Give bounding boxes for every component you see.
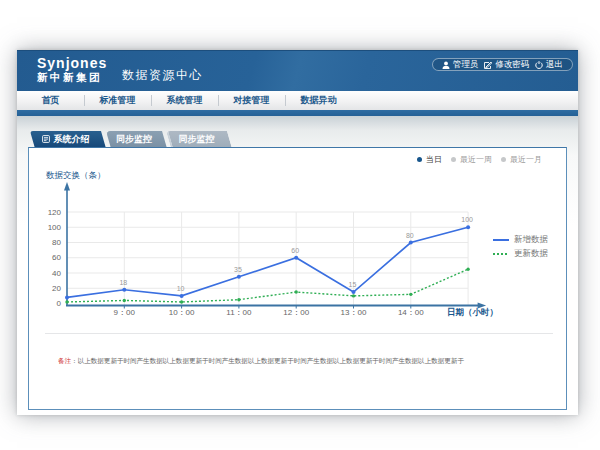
tab-sync-monitor-2-label: 同步监控 — [179, 133, 215, 146]
footnote: 备注：以上数据更新于时间产生数据以上数据更新于时间产生数据以上数据更新于时间产生… — [58, 357, 464, 366]
admin-user-button[interactable]: 管理员 — [442, 59, 479, 71]
logout-button[interactable]: 退出 — [535, 59, 563, 71]
svg-text:120: 120 — [48, 208, 62, 217]
footnote-prefix: 备注 — [58, 357, 71, 365]
svg-text:13：00: 13：00 — [341, 308, 367, 317]
svg-text:35: 35 — [234, 266, 242, 273]
tab-sync-monitor-1-content: 同步监控 — [106, 131, 162, 147]
tab-system-intro-label: 系统介绍 — [54, 133, 90, 146]
tab-system-intro[interactable]: 系统介绍 — [30, 131, 101, 147]
section-divider — [45, 333, 553, 334]
logo-text: Synjones — [37, 56, 107, 70]
tab-sync-monitor-1[interactable]: 同步监控 — [106, 131, 162, 147]
tab-sync-monitor-2[interactable]: 同步监控 — [166, 131, 227, 147]
legend-updated-data-label: 更新数据 — [514, 248, 548, 260]
change-password-button[interactable]: 修改密码 — [484, 59, 529, 71]
svg-text:100: 100 — [461, 216, 473, 223]
tab-content-panel: 当日 最近一周 最近一月 数据交换（条） 0204060801001209：00… — [28, 147, 567, 410]
nav-item-system-mgmt[interactable]: 系统管理 — [151, 91, 218, 110]
svg-text:14：00: 14：00 — [398, 308, 424, 317]
footnote-text: ：以上数据更新于时间产生数据以上数据更新于时间产生数据以上数据更新于时间产生数据… — [71, 357, 464, 365]
user-icon — [442, 61, 450, 69]
svg-text:10：00: 10：00 — [169, 308, 195, 317]
tab-sync-monitor-1-label: 同步监控 — [116, 133, 152, 146]
page-title: 数据资源中心 — [122, 67, 203, 84]
nav-item-integration-mgmt[interactable]: 对接管理 — [218, 91, 285, 110]
tab-bar: 系统介绍 同步监控 同步监控 — [17, 131, 578, 147]
svg-text:日期（小时）: 日期（小时） — [447, 307, 498, 317]
svg-text:80: 80 — [406, 232, 414, 239]
svg-text:100: 100 — [48, 223, 62, 232]
solid-line-swatch — [493, 238, 509, 242]
logo-subtext: 新中新集团 — [37, 72, 107, 83]
admin-user-label: 管理员 — [453, 59, 479, 71]
content-area: 系统介绍 同步监控 同步监控 当日 最近一周 — [17, 116, 578, 415]
svg-text:60: 60 — [291, 247, 299, 254]
svg-text:0: 0 — [57, 299, 62, 308]
svg-text:20: 20 — [52, 284, 61, 293]
document-grid-icon — [42, 135, 50, 143]
dotted-line-swatch — [493, 252, 509, 256]
logout-label: 退出 — [546, 59, 563, 71]
svg-text:18: 18 — [119, 279, 127, 286]
company-logo: Synjones 新中新集团 — [37, 56, 107, 83]
svg-text:10: 10 — [177, 285, 185, 292]
tab-system-intro-content: 系统介绍 — [30, 131, 101, 147]
power-icon — [535, 61, 543, 69]
nav-item-data-changes[interactable]: 数据异动 — [285, 91, 352, 110]
svg-text:11：00: 11：00 — [226, 308, 252, 317]
main-nav: 首页 标准管理 系统管理 对接管理 数据异动 — [17, 91, 578, 110]
legend-new-data[interactable]: 新增数据 — [493, 233, 548, 247]
legend-updated-data[interactable]: 更新数据 — [493, 247, 548, 261]
tab-sync-monitor-2-content: 同步监控 — [166, 131, 227, 147]
app-header: Synjones 新中新集团 数据资源中心 管理员 修改密码 退出 — [17, 50, 578, 91]
svg-text:15: 15 — [349, 281, 357, 288]
app-window: Synjones 新中新集团 数据资源中心 管理员 修改密码 退出 首页 标准管… — [17, 50, 578, 415]
user-toolbar: 管理员 修改密码 退出 — [432, 58, 573, 71]
svg-text:9：00: 9：00 — [114, 308, 136, 317]
edit-icon — [484, 61, 492, 69]
nav-item-standard-mgmt[interactable]: 标准管理 — [84, 91, 151, 110]
svg-text:60: 60 — [52, 253, 61, 262]
change-password-label: 修改密码 — [495, 59, 529, 71]
svg-text:12：00: 12：00 — [283, 308, 309, 317]
series-legend: 新增数据 更新数据 — [493, 233, 548, 261]
svg-text:40: 40 — [52, 269, 61, 278]
line-chart: 0204060801001209：0010：0011：0012：0013：001… — [29, 148, 566, 409]
svg-text:80: 80 — [52, 238, 61, 247]
legend-new-data-label: 新增数据 — [514, 234, 548, 246]
nav-item-home[interactable]: 首页 — [17, 91, 84, 110]
